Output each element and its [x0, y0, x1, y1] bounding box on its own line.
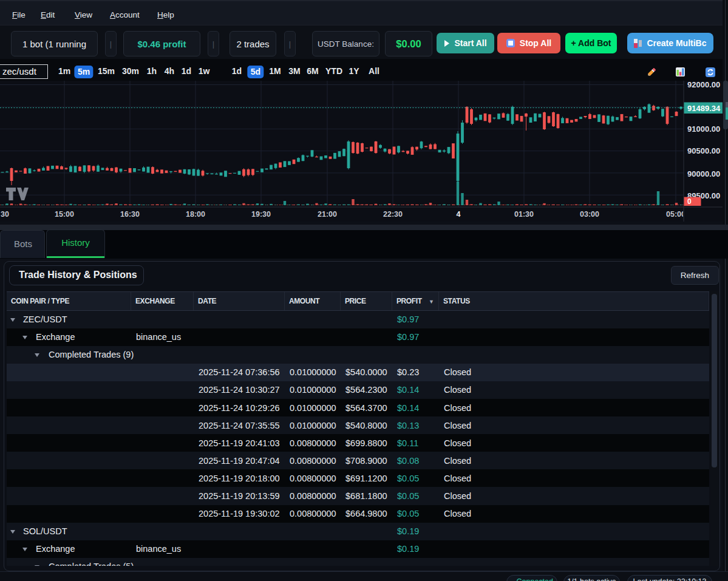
svg-text:05:00: 05:00 — [666, 210, 685, 219]
svg-text:19:30: 19:30 — [251, 210, 271, 219]
svg-text:0: 0 — [687, 197, 692, 206]
svg-text:90500.00: 90500.00 — [687, 146, 720, 155]
svg-text:01:30: 01:30 — [514, 210, 534, 219]
svg-text:21:00: 21:00 — [318, 210, 337, 219]
svg-text:91000.00: 91000.00 — [687, 124, 720, 134]
svg-text:18:00: 18:00 — [186, 210, 205, 219]
svg-text:15:00: 15:00 — [55, 210, 74, 219]
svg-text:4: 4 — [457, 210, 461, 219]
svg-text:30: 30 — [1, 210, 9, 219]
svg-text:91489.34: 91489.34 — [687, 104, 721, 113]
svg-text:90000.00: 90000.00 — [687, 169, 720, 178]
svg-text:03:00: 03:00 — [580, 210, 599, 219]
svg-text:22:30: 22:30 — [383, 210, 403, 219]
svg-text:92000.00: 92000.00 — [687, 80, 720, 89]
svg-text:16:30: 16:30 — [120, 210, 140, 219]
